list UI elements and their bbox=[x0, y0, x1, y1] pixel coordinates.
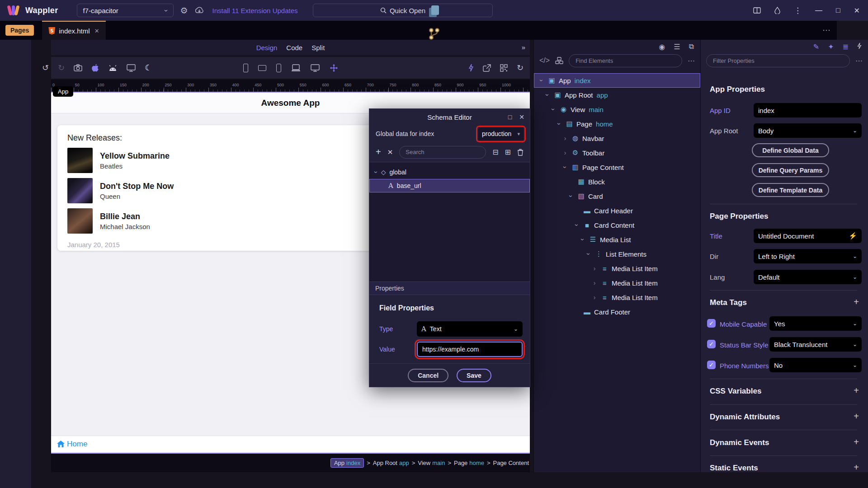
menu-kebab-icon[interactable]: ⋮ bbox=[794, 6, 802, 15]
phone-portrait-icon[interactable] bbox=[243, 64, 248, 72]
more-chevrons-icon[interactable]: » bbox=[522, 43, 525, 51]
add-field-icon[interactable]: + bbox=[376, 147, 381, 157]
add-dynamic-event-icon[interactable]: + bbox=[854, 437, 859, 447]
tree-item-media-list-item[interactable]: ›≡Media List Item bbox=[534, 261, 700, 276]
tree-item-media-list-item[interactable]: ›≡Media List Item bbox=[534, 276, 700, 290]
project-selector[interactable]: f7-capacitor › bbox=[77, 4, 174, 17]
expand-all-icon[interactable]: ⊞ bbox=[505, 148, 511, 156]
tab-close-icon[interactable]: ✕ bbox=[94, 28, 99, 34]
page-title-value[interactable] bbox=[758, 232, 849, 240]
add-meta-tag-icon[interactable]: + bbox=[854, 297, 859, 307]
theme-drop-icon[interactable] bbox=[774, 7, 780, 14]
tree-view-icon[interactable]: ⧉ bbox=[689, 42, 694, 51]
magic-wand-icon[interactable]: ✦ bbox=[828, 42, 834, 51]
remove-field-icon[interactable]: ✕ bbox=[387, 148, 393, 156]
breadcrumb-segment[interactable]: App Rootapp bbox=[373, 460, 409, 466]
desktop-size-icon[interactable] bbox=[311, 64, 320, 72]
tab-split[interactable]: Split bbox=[311, 44, 325, 52]
app-id-input[interactable] bbox=[754, 103, 862, 117]
tree-node-base-url[interactable]: A base_url bbox=[369, 179, 530, 192]
dialog-title-bar[interactable]: Schema Editor □ ✕ bbox=[369, 109, 530, 125]
chevron-open-icon[interactable]: › bbox=[373, 171, 380, 174]
breadcrumb-segment[interactable]: Pagehome bbox=[454, 460, 484, 466]
breadcrumb-segment[interactable]: Viewmain bbox=[418, 460, 445, 466]
mobile-capable-checkbox[interactable]: ✓ bbox=[707, 319, 716, 328]
tab-index-html[interactable]: 5 index.html ✕ bbox=[42, 21, 105, 40]
type-select[interactable]: A Text ⌄ bbox=[417, 321, 523, 337]
tree-item-view[interactable]: ›◉Viewmain bbox=[534, 102, 700, 117]
cloud-download-icon[interactable] bbox=[194, 7, 204, 14]
settings-gear-icon[interactable]: ⚙ bbox=[180, 5, 188, 16]
breadcrumb-segment[interactable]: Page Content bbox=[493, 460, 529, 466]
chevron-open-icon[interactable]: › bbox=[550, 106, 557, 113]
tab-overflow-icon[interactable]: ⋯ bbox=[822, 25, 830, 35]
schema-search-input[interactable] bbox=[399, 146, 486, 159]
maximize-button[interactable]: □ bbox=[836, 6, 840, 14]
refresh-icon[interactable]: ↻ bbox=[517, 63, 524, 73]
phone-numbers-checkbox[interactable]: ✓ bbox=[707, 361, 716, 369]
chevron-closed-icon[interactable]: › bbox=[591, 294, 598, 301]
dark-mode-moon-icon[interactable]: ☾ bbox=[145, 63, 152, 73]
dir-select[interactable]: Left to Right⌄ bbox=[754, 249, 862, 263]
app-id-value[interactable] bbox=[758, 107, 857, 114]
structure-more-icon[interactable]: ⋯ bbox=[688, 56, 695, 65]
qr-code-icon[interactable] bbox=[500, 64, 508, 72]
split-view-icon[interactable] bbox=[753, 7, 761, 14]
chevron-open-icon[interactable]: › bbox=[561, 164, 569, 170]
apple-ios-icon[interactable] bbox=[91, 64, 99, 72]
tree-item-block[interactable]: ▦Block bbox=[534, 174, 700, 189]
pages-panel-icon[interactable] bbox=[426, 4, 442, 19]
value-input[interactable] bbox=[417, 342, 523, 357]
tab-design[interactable]: Design bbox=[256, 44, 278, 52]
chevron-closed-icon[interactable]: › bbox=[562, 149, 568, 156]
desktop-preview-icon[interactable] bbox=[127, 64, 136, 72]
app-connections-icon[interactable]: ◉ bbox=[659, 42, 665, 51]
tablet-icon[interactable] bbox=[291, 64, 301, 71]
phone-landscape-icon[interactable] bbox=[258, 65, 266, 71]
tree-item-app-root[interactable]: ›▣App Rootapp bbox=[534, 88, 700, 102]
tree-item-navbar[interactable]: ›◍Navbar bbox=[534, 131, 700, 145]
trash-icon[interactable] bbox=[517, 149, 524, 156]
define-template-data-button[interactable]: Define Template Data bbox=[752, 183, 829, 197]
chevron-closed-icon[interactable]: › bbox=[591, 265, 598, 272]
status-bar-style-select[interactable]: Black Translucent⌄ bbox=[769, 337, 862, 352]
add-dynamic-attribute-icon[interactable]: + bbox=[854, 411, 859, 422]
filter-properties-input[interactable] bbox=[706, 54, 850, 67]
chevron-open-icon[interactable]: › bbox=[538, 77, 545, 84]
find-elements-input[interactable] bbox=[569, 54, 682, 67]
properties-more-icon[interactable]: ⋯ bbox=[855, 56, 863, 65]
collapse-all-icon[interactable]: ⊟ bbox=[492, 148, 498, 156]
share-export-icon[interactable] bbox=[483, 64, 491, 72]
components-icon[interactable] bbox=[555, 57, 563, 64]
phone-numbers-select[interactable]: No⌄ bbox=[769, 358, 862, 372]
tree-item-card-content[interactable]: ›■Card Content bbox=[534, 218, 700, 232]
chevron-open-icon[interactable]: › bbox=[585, 251, 592, 257]
tree-item-page-content[interactable]: ›▥Page Content bbox=[534, 160, 700, 174]
chevron-closed-icon[interactable]: › bbox=[562, 135, 568, 142]
tree-item-card[interactable]: ›▧Card bbox=[534, 189, 700, 203]
tree-item-list-elements[interactable]: ›⋮List Elements bbox=[534, 247, 700, 261]
home-link[interactable]: Home bbox=[67, 440, 87, 449]
android-icon[interactable] bbox=[108, 65, 118, 71]
scheme-selector[interactable]: production ▾ bbox=[478, 128, 524, 140]
chevron-open-icon[interactable]: › bbox=[573, 222, 580, 228]
chevron-open-icon[interactable]: › bbox=[556, 121, 563, 127]
redo-icon[interactable]: ↻ bbox=[58, 63, 65, 73]
install-updates-link[interactable]: Install 11 Extension Updates bbox=[212, 7, 298, 14]
breadcrumb-segment[interactable]: Appindex bbox=[330, 458, 364, 468]
git-branch-icon[interactable] bbox=[426, 26, 442, 42]
tree-item-media-list-item[interactable]: ›≡Media List Item bbox=[534, 290, 700, 305]
tab-code[interactable]: Code bbox=[286, 44, 302, 52]
dialog-close-icon[interactable]: ✕ bbox=[519, 113, 524, 121]
define-query-params-button[interactable]: Define Query Params bbox=[752, 163, 829, 177]
tree-item-app[interactable]: ›▣Appindex bbox=[534, 73, 700, 88]
mobile-capable-select[interactable]: Yes⌄ bbox=[769, 316, 862, 331]
code-view-icon[interactable]: </> bbox=[539, 56, 550, 65]
undo-icon[interactable]: ↺ bbox=[42, 63, 49, 73]
quick-open-button[interactable]: Quick Open bbox=[313, 4, 493, 17]
tree-item-toolbar[interactable]: ›⚙Toolbar bbox=[534, 145, 700, 160]
close-button[interactable]: ✕ bbox=[854, 6, 860, 15]
chevron-open-icon[interactable]: › bbox=[579, 236, 586, 243]
add-css-variable-icon[interactable]: + bbox=[854, 385, 859, 396]
tree-item-card-header[interactable]: ▬Card Header bbox=[534, 203, 700, 218]
